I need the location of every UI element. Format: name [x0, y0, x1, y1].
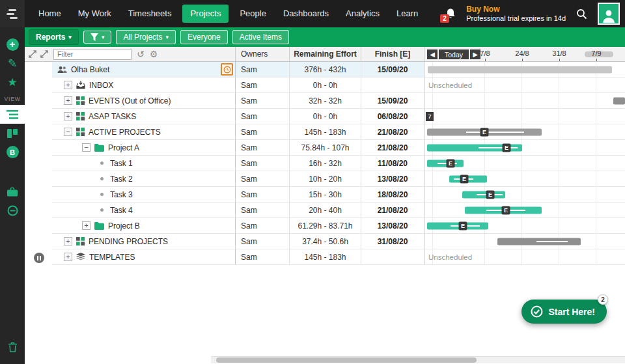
expander-toggle[interactable]: + [64, 112, 72, 120]
filter-input[interactable] [53, 49, 132, 60]
timeline-back-button[interactable]: ◀ [427, 49, 438, 59]
funnel-filter-button[interactable]: ▾ [83, 31, 112, 44]
search-icon[interactable] [576, 8, 587, 20]
owners-column-header[interactable]: Owners [236, 47, 290, 61]
nav-item-my-work[interactable]: My Work [70, 0, 120, 27]
nav-item-timesheets[interactable]: Timesheets [120, 0, 180, 27]
add-button[interactable]: + [0, 35, 25, 54]
expander-toggle[interactable]: + [64, 96, 72, 105]
expander-toggle[interactable]: − [64, 128, 72, 136]
task-tree-cell: +ASAP TASKS [52, 109, 236, 124]
row-label[interactable]: Project A [108, 143, 139, 152]
table-row: +Project BSam61.29h - 83.71h13/08/20E [25, 218, 625, 234]
finish-date-cell [361, 77, 424, 93]
buy-now-link[interactable]: Buy Now [466, 5, 566, 14]
expander-toggle[interactable]: − [82, 143, 90, 152]
expander-toggle[interactable]: + [82, 221, 90, 230]
edit-pencil-button[interactable]: ✎ [0, 54, 25, 73]
row-gutter [25, 218, 52, 234]
everyone-filter[interactable]: Everyone [180, 30, 228, 44]
finish-date-cell: 13/08/20 [361, 218, 424, 234]
timeline-date-label: 7/9 [591, 49, 601, 57]
owner-cell: Sam [236, 124, 290, 140]
row-label[interactable]: Task 3 [110, 190, 133, 199]
task-list-view-button[interactable] [0, 105, 25, 124]
timeline-cell: E [424, 140, 625, 156]
expander-toggle[interactable]: + [64, 253, 72, 261]
row-label[interactable]: EVENTS (Out of Office) [89, 96, 171, 105]
row-label[interactable]: ASAP TASKS [89, 112, 136, 121]
row-label[interactable]: Task 2 [110, 175, 133, 184]
all-projects-filter[interactable]: All Projects▾ [116, 30, 176, 44]
task-tree-cell: Task 2 [52, 171, 236, 187]
user-avatar[interactable] [598, 3, 620, 25]
restrictions-button[interactable] [0, 201, 25, 220]
view-sidebar: + ✎ ★ VIEW B [0, 27, 25, 364]
start-here-button[interactable]: Start Here! 2 [521, 300, 607, 324]
estimated-finish-marker[interactable]: E [459, 221, 467, 230]
nav-item-people[interactable]: People [231, 0, 274, 27]
estimated-finish-marker[interactable]: E [503, 143, 511, 152]
overdue-marker[interactable]: 7 [426, 112, 434, 121]
expand-all-icon[interactable] [29, 50, 36, 58]
trash-button[interactable] [0, 337, 25, 356]
horizontal-scrollbar [211, 356, 625, 363]
task-tree-cell: +EVENTS (Out of Office) [52, 93, 236, 109]
row-gutter [25, 62, 52, 77]
row-label[interactable]: Olha Buket [71, 65, 109, 74]
row-label[interactable]: Task 1 [110, 159, 133, 168]
estimated-finish-marker[interactable]: E [447, 159, 455, 167]
nav-item-dashboards[interactable]: Dashboards [275, 0, 337, 27]
finish-date-cell: 15/09/20 [361, 93, 424, 109]
horizontal-scrollbar-thumb[interactable] [216, 357, 477, 363]
timeline-forward-button[interactable]: ▶ [470, 49, 480, 59]
kanban-view-button[interactable] [0, 124, 25, 143]
topbar-right: 2 Buy Now Professional trial expires in … [445, 3, 625, 25]
expander-toggle[interactable]: + [64, 237, 72, 245]
finish-column-header[interactable]: Finish [E] [361, 47, 424, 61]
timeline-date-label: 31/8 [552, 49, 566, 57]
gantt-bar[interactable] [428, 66, 612, 73]
bubble-view-button[interactable]: B [0, 143, 25, 161]
nav-item-home[interactable]: Home [30, 0, 70, 27]
favorites-button[interactable]: ★ [0, 73, 25, 92]
row-label[interactable]: ACTIVE PROJECTS [89, 128, 161, 137]
gear-icon[interactable]: ⚙ [150, 49, 158, 59]
projects-tools-button[interactable] [0, 182, 25, 201]
estimated-finish-marker[interactable]: E [460, 175, 469, 183]
timeline-cell: E [424, 203, 625, 218]
expander-toggle[interactable]: + [64, 81, 72, 89]
remaining-effort-cell: 16h - 32h [290, 156, 361, 171]
gantt-bar-progress-line [536, 241, 568, 242]
notifications-bell-icon[interactable]: 2 [445, 8, 456, 20]
today-button[interactable]: Today [439, 49, 469, 59]
row-label[interactable]: INBOX [89, 81, 113, 90]
notification-badge: 2 [440, 14, 449, 23]
reset-filter-icon[interactable]: ↺ [137, 49, 145, 59]
row-label[interactable]: Project B [108, 221, 140, 231]
collapse-all-icon[interactable] [40, 50, 48, 58]
remaining-effort-column-header[interactable]: Remaining Effort [290, 47, 361, 61]
row-label[interactable]: PENDING PROJECTS [89, 237, 168, 246]
grid-header: ↺ ⚙ Owners Remaining Effort Finish [E] ◀… [25, 47, 625, 62]
nav-item-projects[interactable]: Projects [182, 5, 229, 23]
row-label[interactable]: TEMPLATES [89, 253, 135, 262]
nav-item-analytics[interactable]: Analytics [337, 0, 388, 27]
active-items-filter[interactable]: Active Items [232, 30, 289, 44]
overdue-clock-button[interactable] [221, 63, 233, 76]
timeline-cell: E [424, 156, 625, 171]
gantt-bar[interactable] [613, 97, 625, 104]
row-gutter [25, 187, 52, 203]
group-icon [76, 128, 85, 136]
reports-button[interactable]: Reports▾ [29, 29, 79, 45]
estimated-finish-marker[interactable]: E [486, 190, 495, 199]
estimated-finish-marker[interactable]: E [480, 128, 489, 136]
estimated-finish-marker[interactable]: E [502, 206, 510, 214]
timeline-date-label: 7/8 [480, 49, 490, 57]
gantt-bar-progress-line [479, 147, 518, 148]
app-logo-icon[interactable] [0, 0, 25, 27]
nav-item-learn[interactable]: Learn [388, 0, 426, 27]
row-label[interactable]: Task 4 [110, 206, 133, 215]
pause-collapse-handle[interactable] [34, 253, 44, 263]
timeline-cell [424, 62, 625, 77]
